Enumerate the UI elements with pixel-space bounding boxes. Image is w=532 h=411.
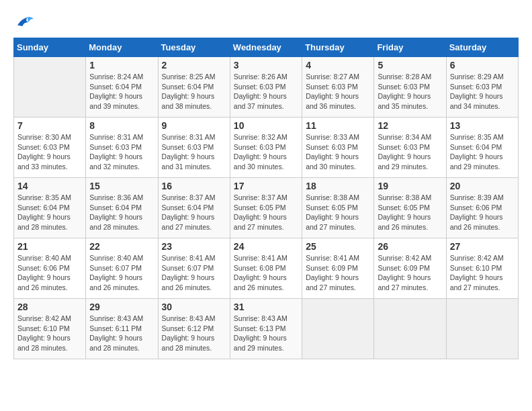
day-number: 20	[450, 181, 515, 191]
day-number: 23	[162, 241, 226, 252]
day-info: Sunrise: 8:27 AMSunset: 6:03 PMDaylight:…	[306, 72, 370, 111]
day-number: 29	[89, 302, 154, 312]
calendar-cell: 16Sunrise: 8:37 AMSunset: 6:04 PMDayligh…	[158, 178, 230, 238]
day-number: 12	[378, 120, 442, 131]
weekday-header-tuesday: Tuesday	[158, 38, 230, 57]
calendar-cell: 10Sunrise: 8:32 AMSunset: 6:03 PMDayligh…	[230, 118, 302, 178]
calendar-cell: 12Sunrise: 8:34 AMSunset: 6:03 PMDayligh…	[374, 118, 446, 178]
calendar-cell: 8Sunrise: 8:31 AMSunset: 6:03 PMDaylight…	[86, 118, 158, 178]
logo	[13, 13, 36, 31]
day-info: Sunrise: 8:28 AMSunset: 6:03 PMDaylight:…	[378, 72, 442, 111]
calendar-cell: 30Sunrise: 8:43 AMSunset: 6:12 PMDayligh…	[158, 299, 230, 359]
calendar-cell: 4Sunrise: 8:27 AMSunset: 6:03 PMDaylight…	[302, 57, 374, 118]
day-number: 5	[378, 60, 442, 71]
calendar-week-row-4: 21Sunrise: 8:40 AMSunset: 6:06 PMDayligh…	[14, 238, 519, 299]
calendar-cell: 3Sunrise: 8:26 AMSunset: 6:03 PMDaylight…	[230, 57, 302, 118]
day-info: Sunrise: 8:43 AMSunset: 6:12 PMDaylight:…	[162, 314, 226, 353]
day-number: 3	[234, 60, 298, 71]
calendar-cell: 22Sunrise: 8:40 AMSunset: 6:07 PMDayligh…	[86, 238, 158, 299]
day-info: Sunrise: 8:41 AMSunset: 6:07 PMDaylight:…	[162, 253, 226, 293]
day-info: Sunrise: 8:33 AMSunset: 6:03 PMDaylight:…	[306, 132, 370, 172]
day-info: Sunrise: 8:25 AMSunset: 6:04 PMDaylight:…	[162, 72, 226, 111]
calendar-cell: 29Sunrise: 8:43 AMSunset: 6:11 PMDayligh…	[86, 299, 158, 359]
calendar-week-row-2: 7Sunrise: 8:30 AMSunset: 6:03 PMDaylight…	[14, 118, 519, 178]
day-info: Sunrise: 8:42 AMSunset: 6:10 PMDaylight:…	[450, 253, 515, 293]
weekday-header-thursday: Thursday	[302, 38, 374, 57]
calendar-cell	[302, 299, 374, 359]
calendar-cell: 15Sunrise: 8:36 AMSunset: 6:04 PMDayligh…	[86, 178, 158, 238]
day-info: Sunrise: 8:34 AMSunset: 6:03 PMDaylight:…	[378, 132, 442, 172]
day-number: 17	[234, 181, 298, 191]
calendar-cell: 18Sunrise: 8:38 AMSunset: 6:05 PMDayligh…	[302, 178, 374, 238]
calendar-cell: 28Sunrise: 8:42 AMSunset: 6:10 PMDayligh…	[14, 299, 86, 359]
calendar-table: SundayMondayTuesdayWednesdayThursdayFrid…	[13, 38, 519, 359]
day-number: 2	[162, 60, 226, 71]
day-info: Sunrise: 8:31 AMSunset: 6:03 PMDaylight:…	[162, 132, 226, 172]
day-info: Sunrise: 8:35 AMSunset: 6:04 PMDaylight:…	[17, 193, 82, 232]
day-info: Sunrise: 8:35 AMSunset: 6:04 PMDaylight:…	[450, 132, 515, 172]
day-number: 1	[89, 60, 154, 71]
day-number: 14	[17, 181, 82, 191]
calendar-cell: 9Sunrise: 8:31 AMSunset: 6:03 PMDaylight…	[158, 118, 230, 178]
calendar-cell: 26Sunrise: 8:42 AMSunset: 6:09 PMDayligh…	[374, 238, 446, 299]
calendar-cell: 20Sunrise: 8:39 AMSunset: 6:06 PMDayligh…	[446, 178, 518, 238]
day-info: Sunrise: 8:40 AMSunset: 6:06 PMDaylight:…	[17, 253, 82, 293]
day-info: Sunrise: 8:41 AMSunset: 6:09 PMDaylight:…	[306, 253, 370, 293]
calendar-cell	[446, 299, 518, 359]
day-number: 16	[162, 181, 226, 191]
day-info: Sunrise: 8:32 AMSunset: 6:03 PMDaylight:…	[234, 132, 298, 172]
day-number: 11	[306, 120, 370, 131]
day-number: 13	[450, 120, 515, 131]
logo-bird-icon	[13, 15, 34, 30]
calendar-cell: 17Sunrise: 8:37 AMSunset: 6:05 PMDayligh…	[230, 178, 302, 238]
day-info: Sunrise: 8:24 AMSunset: 6:04 PMDaylight:…	[89, 72, 154, 111]
day-info: Sunrise: 8:42 AMSunset: 6:09 PMDaylight:…	[378, 253, 442, 293]
day-number: 19	[378, 181, 442, 191]
day-info: Sunrise: 8:43 AMSunset: 6:11 PMDaylight:…	[89, 314, 154, 353]
day-number: 24	[234, 241, 298, 252]
weekday-header-saturday: Saturday	[446, 38, 518, 57]
weekday-header-wednesday: Wednesday	[230, 38, 302, 57]
day-info: Sunrise: 8:31 AMSunset: 6:03 PMDaylight:…	[89, 132, 154, 172]
calendar-cell	[14, 57, 86, 118]
day-info: Sunrise: 8:37 AMSunset: 6:04 PMDaylight:…	[162, 193, 226, 232]
calendar-cell: 21Sunrise: 8:40 AMSunset: 6:06 PMDayligh…	[14, 238, 86, 299]
day-info: Sunrise: 8:39 AMSunset: 6:06 PMDaylight:…	[450, 193, 515, 232]
day-number: 10	[234, 120, 298, 131]
weekday-header-friday: Friday	[374, 38, 446, 57]
day-number: 6	[450, 60, 515, 71]
calendar-cell: 31Sunrise: 8:43 AMSunset: 6:13 PMDayligh…	[230, 299, 302, 359]
day-number: 31	[234, 302, 298, 312]
calendar-cell: 5Sunrise: 8:28 AMSunset: 6:03 PMDaylight…	[374, 57, 446, 118]
day-info: Sunrise: 8:37 AMSunset: 6:05 PMDaylight:…	[234, 193, 298, 232]
calendar-cell: 2Sunrise: 8:25 AMSunset: 6:04 PMDaylight…	[158, 57, 230, 118]
day-info: Sunrise: 8:38 AMSunset: 6:05 PMDaylight:…	[378, 193, 442, 232]
day-number: 8	[89, 120, 154, 131]
calendar-cell: 6Sunrise: 8:29 AMSunset: 6:03 PMDaylight…	[446, 57, 518, 118]
calendar-cell: 25Sunrise: 8:41 AMSunset: 6:09 PMDayligh…	[302, 238, 374, 299]
calendar-cell: 27Sunrise: 8:42 AMSunset: 6:10 PMDayligh…	[446, 238, 518, 299]
calendar-cell: 23Sunrise: 8:41 AMSunset: 6:07 PMDayligh…	[158, 238, 230, 299]
calendar-cell	[374, 299, 446, 359]
day-info: Sunrise: 8:43 AMSunset: 6:13 PMDaylight:…	[234, 314, 298, 353]
day-number: 30	[162, 302, 226, 312]
calendar-cell: 11Sunrise: 8:33 AMSunset: 6:03 PMDayligh…	[302, 118, 374, 178]
day-number: 15	[89, 181, 154, 191]
calendar-week-row-5: 28Sunrise: 8:42 AMSunset: 6:10 PMDayligh…	[14, 299, 519, 359]
day-info: Sunrise: 8:29 AMSunset: 6:03 PMDaylight:…	[450, 72, 515, 111]
day-number: 28	[17, 302, 82, 312]
day-info: Sunrise: 8:30 AMSunset: 6:03 PMDaylight:…	[17, 132, 82, 172]
calendar-cell: 14Sunrise: 8:35 AMSunset: 6:04 PMDayligh…	[14, 178, 86, 238]
day-info: Sunrise: 8:41 AMSunset: 6:08 PMDaylight:…	[234, 253, 298, 293]
day-number: 25	[306, 241, 370, 252]
day-number: 22	[89, 241, 154, 252]
day-info: Sunrise: 8:36 AMSunset: 6:04 PMDaylight:…	[89, 193, 154, 232]
day-number: 9	[162, 120, 226, 131]
day-info: Sunrise: 8:26 AMSunset: 6:03 PMDaylight:…	[234, 72, 298, 111]
day-info: Sunrise: 8:40 AMSunset: 6:07 PMDaylight:…	[89, 253, 154, 293]
calendar-cell: 19Sunrise: 8:38 AMSunset: 6:05 PMDayligh…	[374, 178, 446, 238]
day-info: Sunrise: 8:38 AMSunset: 6:05 PMDaylight:…	[306, 193, 370, 232]
day-info: Sunrise: 8:42 AMSunset: 6:10 PMDaylight:…	[17, 314, 82, 353]
day-number: 18	[306, 181, 370, 191]
day-number: 21	[17, 241, 82, 252]
